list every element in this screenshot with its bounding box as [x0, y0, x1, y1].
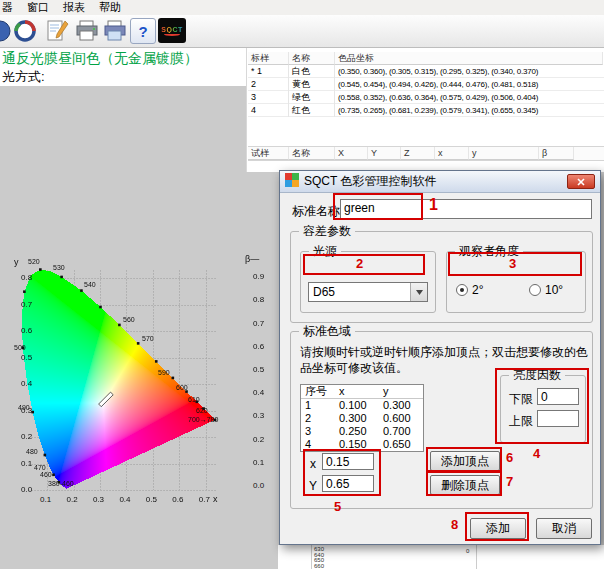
- x-tick-label: 0.5: [146, 495, 157, 504]
- light-source-select[interactable]: D65: [308, 282, 428, 302]
- list-value: 0: [466, 548, 469, 554]
- sqct-logo-text: SQCT: [161, 26, 182, 33]
- vertex-cell: 2: [301, 412, 335, 425]
- beta-tick-label: 0.6: [253, 342, 264, 351]
- vertex-cell: 0.300: [379, 399, 423, 412]
- y-tick-label: 0.7: [21, 300, 32, 309]
- x-tick-label: 0.3: [93, 495, 104, 504]
- menu-item[interactable]: 窗口: [20, 0, 56, 15]
- y-tick-label: 0.5: [21, 353, 32, 362]
- help-icon[interactable]: ?: [130, 18, 156, 44]
- wavelength-label: 470: [34, 464, 46, 471]
- x-axis-label: x: [213, 494, 218, 504]
- grid-line: [311, 545, 312, 569]
- radio-selected-icon: [456, 284, 468, 296]
- menu-bar: 器窗口报表帮助: [0, 0, 604, 15]
- vertex-cell: 0.600: [379, 412, 423, 425]
- wavelength-label: 480: [26, 448, 38, 455]
- vertex-row[interactable]: 30.2500.700: [301, 425, 423, 438]
- table-cell-id: 4: [248, 104, 289, 117]
- color-ring-icon[interactable]: [12, 18, 38, 44]
- beta-tick-label: 0.8: [253, 295, 264, 304]
- observer-2deg-label: 2°: [472, 283, 483, 297]
- annotation-number-6: 6: [506, 450, 513, 465]
- close-icon: [577, 178, 585, 186]
- table-row[interactable]: 3绿色(0.558, 0.352), (0.636, 0.364), (0.57…: [248, 91, 604, 104]
- vertex-cell: 0.100: [335, 399, 379, 412]
- column-header[interactable]: 名称: [289, 147, 335, 160]
- column-header[interactable]: x: [435, 147, 469, 160]
- column-header[interactable]: Z: [401, 147, 435, 160]
- wavelength-label: 460: [40, 471, 52, 478]
- column-header[interactable]: β: [539, 147, 574, 160]
- beta-tick-label: 0.0: [253, 481, 264, 490]
- menu-item[interactable]: 帮助: [92, 0, 128, 15]
- menu-item[interactable]: 器: [0, 0, 20, 15]
- column-header[interactable]: 标样: [248, 52, 289, 65]
- wavelength-label: 610: [188, 396, 200, 403]
- table-cell-coords: (0.558, 0.352), (0.636, 0.364), (0.575, …: [335, 91, 603, 104]
- table-cell-name: 绿色: [289, 91, 335, 104]
- printer-icon[interactable]: [74, 18, 100, 44]
- chevron-down-icon[interactable]: [410, 283, 427, 301]
- menu-item[interactable]: 报表: [56, 0, 92, 15]
- annotation-number-4: 4: [533, 446, 540, 461]
- x-tick-label: 0.4: [119, 495, 130, 504]
- column-header[interactable]: X: [335, 147, 368, 160]
- close-button[interactable]: [567, 174, 595, 189]
- vertex-cell: 0.650: [379, 438, 423, 451]
- table-cell-id: 3: [248, 91, 289, 104]
- observer-10deg-radio[interactable]: 10°: [529, 283, 563, 297]
- column-header[interactable]: Y: [368, 147, 401, 160]
- column-header[interactable]: 名称: [289, 52, 335, 65]
- tolerance-group-title: 容差参数: [299, 224, 355, 238]
- grid-line: [476, 545, 477, 569]
- y-axis-label: y: [14, 257, 19, 267]
- beta-tick-label: 0.2: [253, 435, 264, 444]
- y-tick-label: 0.8: [21, 273, 32, 282]
- dialog-title: SQCT 色彩管理控制软件: [304, 173, 436, 190]
- column-header[interactable]: y: [469, 147, 539, 160]
- vertex-list-body: 10.1000.30020.3000.60030.2500.70040.1500…: [301, 399, 423, 451]
- light-source-value: D65: [313, 285, 335, 299]
- column-header[interactable]: 色品坐标: [335, 52, 603, 65]
- annotation-number-5: 5: [334, 499, 341, 514]
- column-header[interactable]: 试样: [248, 147, 289, 160]
- beta-axis-label: β—: [245, 254, 259, 264]
- dialog-titlebar[interactable]: SQCT 色彩管理控制软件: [280, 171, 600, 193]
- sqct-logo-icon[interactable]: SQCT: [158, 18, 186, 43]
- x-tick-label: 0.6: [172, 495, 183, 504]
- annotation-number-8: 8: [451, 517, 458, 532]
- vertex-column-header: 序号: [301, 385, 335, 398]
- standards-table-body: * 1白色(0.350, 0.360), (0.305, 0.315), (0.…: [248, 65, 604, 117]
- sqct-swoosh: [164, 33, 180, 36]
- sample-table-header: 试样名称XYZxyβ: [248, 146, 604, 161]
- vertex-list[interactable]: 序号xy 10.1000.30020.3000.60030.2500.70040…: [300, 384, 424, 452]
- wavelength-label: 520: [28, 258, 40, 265]
- annotation-number-2: 2: [356, 256, 363, 271]
- y-tick-label: 0.6: [21, 326, 32, 335]
- beta-tick-label: 0.3: [253, 411, 264, 420]
- x-tick-label: 0.1: [40, 495, 51, 504]
- vertex-row[interactable]: 20.3000.600: [301, 412, 423, 425]
- table-row[interactable]: * 1白色(0.350, 0.360), (0.305, 0.315), (0.…: [248, 65, 604, 78]
- cie-chromaticity-diagram: [20, 262, 220, 494]
- annotation-box-1: [333, 193, 423, 220]
- annotation-box-2: [303, 254, 425, 275]
- y-tick-label: 0.0: [21, 485, 32, 494]
- vertex-cell: 0.300: [335, 412, 379, 425]
- table-row[interactable]: 4红色(0.735, 0.265), (0.681, 0.239), (0.57…: [248, 104, 604, 117]
- y-tick-label: 0.4: [21, 379, 32, 388]
- table-row[interactable]: 2黄色(0.545, 0.454), (0.494, 0.426), (0.44…: [248, 78, 604, 91]
- observer-2deg-radio[interactable]: 2°: [456, 283, 483, 297]
- wavelength-label: 600: [176, 384, 188, 391]
- print-preview-icon[interactable]: [102, 18, 128, 44]
- wavelength-label: 560: [123, 316, 135, 323]
- edit-report-icon[interactable]: [44, 18, 70, 44]
- vertex-cell: 0.250: [335, 425, 379, 438]
- vertex-row[interactable]: 10.1000.300: [301, 399, 423, 412]
- vertex-column-header: y: [379, 385, 423, 398]
- annotation-box-7: [426, 471, 502, 496]
- standards-table-header: 标样名称色品坐标: [248, 52, 604, 65]
- cancel-button[interactable]: 取消: [536, 518, 592, 539]
